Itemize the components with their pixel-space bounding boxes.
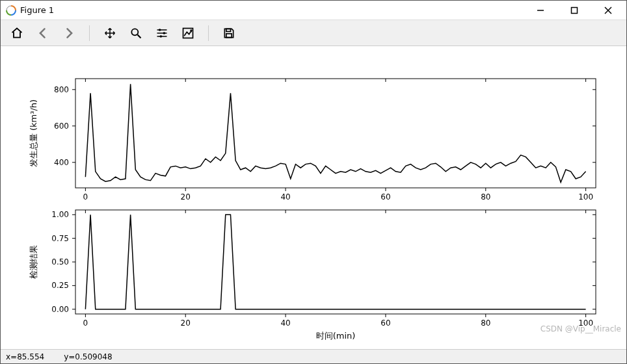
- svg-text:800: 800: [54, 85, 69, 94]
- close-button[interactable]: [600, 3, 616, 18]
- figure-area[interactable]: 020406080100400600800发生总量 (km³/h)0204060…: [1, 46, 626, 349]
- svg-point-8: [163, 32, 166, 34]
- save-icon[interactable]: [219, 23, 239, 43]
- svg-text:20: 20: [181, 192, 191, 202]
- back-icon[interactable]: [33, 23, 53, 43]
- svg-text:40: 40: [280, 318, 290, 328]
- svg-text:0.00: 0.00: [51, 305, 69, 314]
- svg-text:发生总量 (km³/h): 发生总量 (km³/h): [29, 99, 38, 167]
- app-icon: [6, 5, 16, 16]
- separator: [89, 25, 90, 41]
- svg-text:0.75: 0.75: [51, 234, 69, 243]
- axes-icon[interactable]: [178, 23, 198, 43]
- svg-text:20: 20: [181, 318, 191, 328]
- svg-text:1.00: 1.00: [51, 210, 69, 219]
- pan-icon[interactable]: [100, 23, 120, 43]
- svg-text:100: 100: [578, 318, 593, 328]
- status-y: y=0.509048: [64, 352, 112, 361]
- svg-text:80: 80: [481, 192, 490, 202]
- minimize-button[interactable]: [533, 3, 548, 18]
- svg-text:0: 0: [83, 318, 88, 328]
- svg-text:100: 100: [578, 192, 593, 202]
- svg-text:400: 400: [54, 158, 69, 167]
- svg-text:60: 60: [380, 318, 390, 328]
- svg-text:60: 60: [380, 192, 390, 202]
- matplotlib-window: Figure 1 020406080100400600800发生总量 (km³/…: [0, 0, 627, 364]
- status-x: x=85.554: [6, 352, 44, 361]
- window-controls: [533, 3, 621, 18]
- svg-text:0.25: 0.25: [51, 281, 69, 290]
- svg-text:0: 0: [83, 192, 88, 202]
- separator: [208, 25, 209, 41]
- svg-text:80: 80: [481, 318, 490, 328]
- svg-rect-12: [226, 33, 232, 37]
- svg-text:40: 40: [280, 192, 290, 202]
- plots-svg: 020406080100400600800发生总量 (km³/h)0204060…: [1, 46, 626, 349]
- svg-point-7: [159, 29, 161, 31]
- maximize-button[interactable]: [567, 3, 582, 18]
- window-title: Figure 1: [20, 5, 54, 15]
- home-icon[interactable]: [7, 23, 27, 43]
- titlebar: Figure 1: [1, 1, 626, 20]
- svg-text:检测结果: 检测结果: [29, 245, 38, 279]
- svg-text:600: 600: [54, 122, 69, 131]
- forward-icon[interactable]: [59, 23, 79, 43]
- svg-point-5: [131, 29, 138, 35]
- svg-rect-11: [226, 29, 231, 31]
- toolbar: [1, 20, 626, 46]
- svg-text:0.50: 0.50: [51, 257, 69, 266]
- svg-rect-13: [75, 79, 596, 188]
- statusbar: x=85.554 y=0.509048: [1, 349, 626, 363]
- svg-point-9: [160, 35, 163, 38]
- svg-text:时间(min): 时间(min): [316, 331, 356, 341]
- svg-rect-2: [572, 7, 578, 13]
- svg-rect-42: [75, 210, 596, 314]
- configure-icon[interactable]: [152, 23, 172, 43]
- svg-line-6: [138, 34, 141, 38]
- zoom-icon[interactable]: [126, 23, 146, 43]
